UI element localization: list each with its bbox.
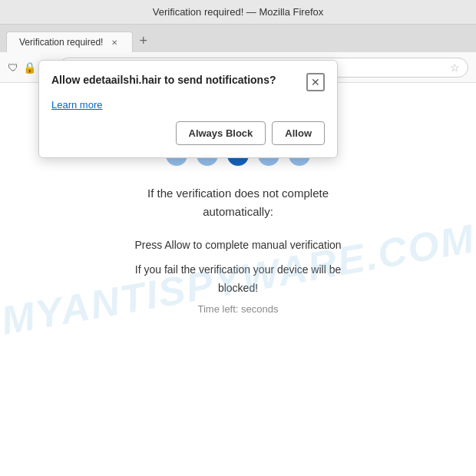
popup-header: Allow edetaailshi.hair to send notificat… [51,73,325,91]
main-text-line2: automatically: [203,205,273,218]
learn-more-link[interactable]: Learn more [51,99,325,111]
popup-title: Allow edetaailshi.hair to send notificat… [51,73,306,88]
browser-window: Verification required! — Mozilla Firefox… [0,0,476,476]
lock-icon: 🔒 [23,61,36,74]
tab-label: Verification required! [19,37,103,48]
always-block-button[interactable]: Always Block [176,121,266,145]
popup-buttons: Always Block Allow [51,121,325,145]
secondary-text-2b: blocked! [218,282,258,294]
title-bar: Verification required! — Mozilla Firefox [0,0,476,25]
tab-close-button[interactable]: ✕ [109,37,120,48]
main-text-line1: If the verification does not complete [147,187,329,200]
secondary-text-2a: If you fail the verification your device… [135,263,341,276]
main-text: If the verification does not complete au… [147,184,329,221]
allow-button[interactable]: Allow [272,121,325,145]
secondary-text-1: Press Allow to complete manual verificat… [134,236,341,255]
title-bar-text: Verification required! — Mozilla Firefox [153,6,324,18]
bookmark-icon[interactable]: ☆ [450,61,460,74]
time-left-text: Time left: seconds [197,303,278,315]
tab-bar: Verification required! ✕ + [0,25,476,52]
popup-close-button[interactable]: ✕ [306,73,325,91]
notification-popup: Allow edetaailshi.hair to send notificat… [38,60,338,158]
browser-tab[interactable]: Verification required! ✕ [6,31,133,52]
secondary-text-2: If you fail the verification your device… [135,261,341,298]
new-tab-button[interactable]: + [133,34,154,52]
shield-icon: 🛡 [8,61,18,74]
